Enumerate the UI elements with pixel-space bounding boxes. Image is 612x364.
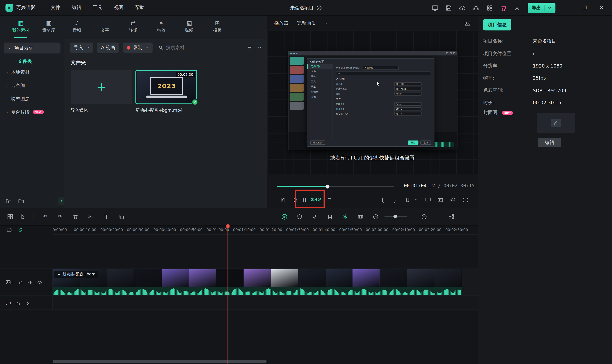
new-folder-icon[interactable] [6, 198, 12, 204]
bookmark-icon[interactable] [403, 195, 412, 204]
mark-in-icon[interactable]: { [378, 195, 387, 204]
snapshot-camera-icon[interactable] [436, 195, 445, 204]
timeline-ruler[interactable]: 00:00:0000:00:10:0000:00:20:0000:00:30:0… [52, 225, 478, 234]
lock-icon[interactable] [18, 280, 23, 285]
menu-item-1[interactable]: 编辑 [67, 2, 86, 13]
more-options-icon[interactable]: ··· [256, 45, 261, 50]
delete-icon[interactable] [71, 213, 79, 221]
import-media-tile[interactable]: + [71, 70, 132, 104]
apps-grid-icon[interactable] [484, 3, 495, 13]
export-button[interactable]: 导出 [528, 3, 555, 13]
undo-icon[interactable]: ↶ [41, 213, 49, 221]
media-tab-1[interactable]: ▣素材库 [37, 16, 61, 38]
pause-button[interactable] [300, 195, 309, 204]
zoom-slider-handle[interactable] [393, 214, 397, 218]
media-clip-tile[interactable]: 2023 00:02:30 ✓ [135, 70, 197, 104]
close-button[interactable]: ✕ [595, 0, 608, 16]
export-caret-icon[interactable] [548, 6, 552, 10]
shortcut-value[interactable]: Ctrl+Alt+K [394, 87, 422, 91]
dialog-nav-item-2[interactable]: 编辑 [307, 74, 333, 79]
smart-edit-icon[interactable] [341, 213, 349, 221]
ai-paint-button[interactable]: AI绘画 [97, 42, 119, 52]
select-tool-icon[interactable] [19, 213, 26, 221]
dialog-nav-item-3[interactable]: 工具 [307, 79, 333, 84]
compare-image-icon[interactable] [464, 20, 471, 26]
sidebar-item-project-media[interactable]: 项目素材 [4, 42, 60, 53]
search-input[interactable] [166, 45, 203, 51]
text-tool-icon[interactable]: T [102, 213, 110, 221]
voiceover-mic-icon[interactable] [311, 213, 319, 221]
seek-handle[interactable] [326, 184, 329, 188]
project-info-tab[interactable]: 项目信息 [483, 19, 511, 30]
second-monitor-icon[interactable] [424, 195, 432, 204]
previous-frame-button[interactable] [278, 195, 287, 204]
audio-track-lane[interactable]: ♪ 1 [0, 297, 478, 310]
media-tab-0[interactable]: ▦我的素材 [9, 16, 33, 38]
mute-speaker-icon[interactable] [25, 301, 30, 306]
quality-shield-icon[interactable] [296, 213, 303, 221]
render-preview-icon[interactable] [280, 213, 288, 221]
restore-default-button[interactable]: 恢复默认 [310, 140, 325, 144]
sidebar-item-1[interactable]: ›云空间 [0, 79, 65, 92]
menu-item-0[interactable]: 文件 [46, 2, 65, 13]
media-tab-7[interactable]: ⊞模板 [205, 16, 229, 38]
filter-icon[interactable] [246, 45, 252, 51]
playhead[interactable] [227, 225, 228, 364]
audio-mixer-icon[interactable] [326, 213, 334, 221]
import-button[interactable]: 导入 [70, 42, 93, 52]
quality-select[interactable]: 完整画质 [294, 18, 331, 28]
timeline-scrollbar[interactable] [52, 360, 266, 363]
cancel-button[interactable]: 取消 [420, 140, 431, 144]
folder-icon[interactable] [18, 198, 24, 204]
shortcut-value[interactable]: Alt+F4 [394, 92, 422, 95]
media-tab-4[interactable]: ⇄转场 [121, 16, 145, 38]
dialog-nav-item-1[interactable]: 文件 [307, 69, 333, 74]
save-icon[interactable] [443, 3, 454, 13]
preset-select[interactable]: 万兴喵影 ▾ [363, 66, 399, 70]
track-manager-icon[interactable] [447, 213, 455, 221]
track-manager-caret-icon[interactable] [457, 213, 465, 221]
hide-eye-icon[interactable] [37, 280, 42, 285]
mute-speaker-icon[interactable] [27, 280, 33, 285]
cart-icon[interactable] [498, 3, 508, 13]
split-scissors-icon[interactable]: ✂ [87, 213, 94, 221]
ok-button[interactable]: 确定 [408, 140, 418, 144]
sidebar-item-2[interactable]: ›调整图层 [0, 92, 65, 105]
volume-icon[interactable] [448, 195, 457, 204]
dialog-nav-item-6[interactable]: 其他 [307, 94, 333, 100]
menu-item-4[interactable]: 帮助 [130, 2, 149, 13]
shortcut-value[interactable]: Ctrl+O [394, 107, 422, 111]
zoom-in-icon[interactable] [420, 213, 428, 221]
timeline-video-clip[interactable]: 新功能-配音+bgm [52, 269, 462, 295]
dialog-close-icon[interactable]: ✕ [430, 60, 432, 63]
bookmark-caret-icon[interactable] [412, 195, 420, 204]
keyframe-film-icon[interactable] [356, 213, 364, 221]
dialog-nav-item-4[interactable]: 轨道 [307, 84, 333, 90]
sidebar-item-folder[interactable]: 文件夹 [18, 58, 65, 65]
edit-cover-button[interactable]: 编辑 [538, 138, 561, 147]
timeline-zoom-slider[interactable] [385, 216, 407, 217]
cloud-upload-icon[interactable] [457, 3, 467, 13]
sidebar-item-0[interactable]: ›本地素材 [0, 65, 65, 79]
stop-button[interactable] [325, 195, 334, 204]
zoom-out-icon[interactable] [372, 213, 379, 221]
fullscreen-icon[interactable] [461, 195, 470, 204]
clone-icon[interactable] [117, 213, 125, 221]
display-settings-icon[interactable] [430, 3, 440, 13]
account-icon[interactable] [512, 3, 522, 13]
sidebar-item-3[interactable]: ›复合片段NEW [0, 105, 65, 118]
lock-icon[interactable] [16, 301, 21, 306]
dialog-nav-item-5[interactable]: 标记点 [307, 89, 333, 94]
media-tab-5[interactable]: ✶特效 [149, 16, 173, 38]
cover-placeholder[interactable] [537, 113, 575, 133]
shortcut-search-input[interactable] [341, 72, 429, 74]
minimize-button[interactable]: — [561, 0, 574, 16]
seek-bar[interactable] [277, 186, 394, 187]
range-select-icon[interactable] [6, 227, 12, 233]
collapse-sidebar-button[interactable]: ‹ [58, 197, 65, 205]
media-tab-3[interactable]: T文字 [93, 16, 117, 38]
menu-item-3[interactable]: 视图 [109, 2, 128, 13]
video-preview-area[interactable]: 快捷键设置 ✕ 万兴喵影文件编辑工具轨道标记点其他 切换到其他快捷键预设: 万兴… [267, 30, 478, 174]
record-button[interactable]: 录制 [123, 42, 153, 52]
track-layout-icon[interactable] [6, 213, 14, 221]
